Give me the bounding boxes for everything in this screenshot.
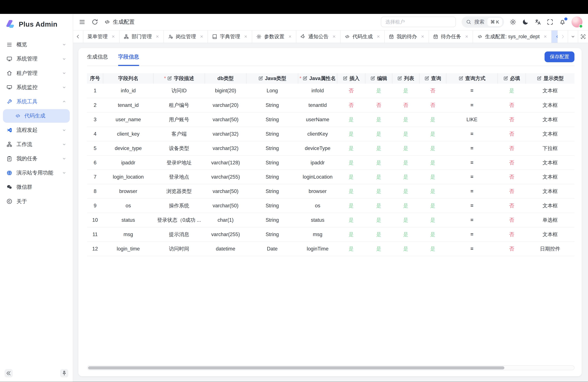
- tab-close-icon[interactable]: [332, 35, 336, 38]
- cell[interactable]: 否: [337, 84, 365, 98]
- cell[interactable]: status: [298, 213, 337, 227]
- cell[interactable]: loginTime: [298, 242, 337, 256]
- cell[interactable]: 是: [365, 213, 392, 227]
- cell[interactable]: 是: [365, 112, 392, 127]
- tabs-dropdown-button[interactable]: [568, 30, 578, 43]
- sidebar-subitem-4-0[interactable]: 代码生成: [3, 109, 70, 123]
- sidebar-item-3[interactable]: 系统监控: [3, 81, 70, 94]
- cell[interactable]: 否: [498, 242, 526, 256]
- cell[interactable]: 是: [337, 198, 365, 213]
- tab-8[interactable]: 待办任务: [429, 30, 473, 43]
- sidebar-item-1[interactable]: 系统管理: [3, 52, 70, 66]
- tab-9[interactable]: 生成配置: sys_role_dept: [473, 30, 552, 43]
- cell[interactable]: 是: [419, 227, 446, 242]
- tab-3[interactable]: 字典管理: [208, 30, 252, 43]
- sidebar-item-10[interactable]: 关于: [3, 195, 70, 208]
- cell[interactable]: clientKey: [298, 127, 337, 141]
- cell[interactable]: 登录状态（0成功 ...: [153, 213, 205, 227]
- cell[interactable]: 是: [419, 156, 446, 170]
- sidebar-collapse-button[interactable]: [5, 369, 13, 377]
- cell[interactable]: msg: [298, 227, 337, 242]
- cell[interactable]: 是: [419, 170, 446, 184]
- cell[interactable]: 文本框: [526, 112, 575, 127]
- cell[interactable]: 是: [365, 242, 392, 256]
- cell[interactable]: 是: [365, 127, 392, 141]
- cell[interactable]: 浏览器类型: [153, 184, 205, 198]
- cell[interactable]: 是: [392, 112, 419, 127]
- cell[interactable]: 登录地点: [153, 170, 205, 184]
- tab-4[interactable]: 参数设置: [252, 30, 296, 43]
- cell[interactable]: 租户编号: [153, 98, 205, 112]
- cell[interactable]: 访问ID: [153, 84, 205, 98]
- cell[interactable]: os: [298, 198, 337, 213]
- cell[interactable]: 是: [365, 227, 392, 242]
- cell[interactable]: =: [446, 184, 498, 198]
- sidebar-item-6[interactable]: 工作流: [3, 138, 70, 151]
- cell[interactable]: 访问时间: [153, 242, 205, 256]
- cell[interactable]: 客户端: [153, 127, 205, 141]
- cell[interactable]: 是: [337, 170, 365, 184]
- cell[interactable]: String: [246, 127, 298, 141]
- cell[interactable]: 是: [419, 112, 446, 127]
- cell[interactable]: 登录IP地址: [153, 156, 205, 170]
- cell[interactable]: 是: [365, 198, 392, 213]
- cell[interactable]: =: [446, 242, 498, 256]
- cell[interactable]: 否: [498, 170, 526, 184]
- moon-button[interactable]: [522, 19, 529, 25]
- sidebar-item-8[interactable]: 演示站专用功能: [3, 166, 70, 180]
- cell[interactable]: 是: [337, 141, 365, 156]
- content-fullscreen-button[interactable]: [578, 30, 588, 43]
- cell[interactable]: 是: [498, 84, 526, 98]
- cell[interactable]: String: [246, 98, 298, 112]
- cell[interactable]: 是: [392, 227, 419, 242]
- cell[interactable]: =: [446, 141, 498, 156]
- cell[interactable]: 是: [337, 156, 365, 170]
- tab-close-icon[interactable]: [377, 35, 380, 38]
- tenant-select-input[interactable]: [381, 17, 456, 27]
- tab-close-icon[interactable]: [544, 35, 547, 38]
- cell[interactable]: 文本框: [526, 198, 575, 213]
- sidebar-item-0[interactable]: 概览: [3, 38, 70, 51]
- scrollbar-thumb[interactable]: [88, 366, 504, 370]
- cell[interactable]: loginLocation: [298, 170, 337, 184]
- fullscreen-button[interactable]: [547, 19, 553, 25]
- cell[interactable]: 文本框: [526, 170, 575, 184]
- cell[interactable]: 是: [365, 184, 392, 198]
- panel-tab-1[interactable]: 字段信息: [118, 48, 139, 66]
- translate-button[interactable]: [534, 19, 541, 25]
- sidebar-item-2[interactable]: 租户管理: [3, 66, 70, 80]
- cell[interactable]: 是: [419, 213, 446, 227]
- tab-1[interactable]: 部门管理: [120, 30, 164, 43]
- panel-tab-0[interactable]: 生成信息: [87, 48, 108, 66]
- cell[interactable]: 否: [419, 98, 446, 112]
- cell[interactable]: 是: [365, 170, 392, 184]
- cell[interactable]: 是: [337, 127, 365, 141]
- cell[interactable]: 是: [392, 170, 419, 184]
- save-config-button[interactable]: 保存配置: [545, 51, 575, 63]
- cell[interactable]: =: [446, 127, 498, 141]
- cell[interactable]: 单选框: [526, 213, 575, 227]
- cell[interactable]: 否: [498, 98, 526, 112]
- cell[interactable]: 否: [498, 112, 526, 127]
- tab-6[interactable]: 代码生成: [340, 30, 385, 43]
- cell[interactable]: =: [446, 213, 498, 227]
- tab-5[interactable]: 通知公告: [296, 30, 340, 43]
- settings-button[interactable]: [510, 19, 516, 25]
- cell[interactable]: String: [246, 156, 298, 170]
- cell[interactable]: String: [246, 184, 298, 198]
- cell[interactable]: String: [246, 112, 298, 127]
- avatar[interactable]: [571, 17, 583, 27]
- cell[interactable]: 是: [392, 156, 419, 170]
- cell[interactable]: String: [246, 213, 298, 227]
- cell[interactable]: 否: [498, 213, 526, 227]
- tab-close-icon[interactable]: [111, 35, 115, 38]
- cell[interactable]: ipaddr: [298, 156, 337, 170]
- sidebar-item-7[interactable]: 我的任务: [3, 152, 70, 166]
- cell[interactable]: =: [446, 170, 498, 184]
- cell[interactable]: 是: [419, 198, 446, 213]
- cell[interactable]: 是: [337, 112, 365, 127]
- cell[interactable]: LIKE: [446, 112, 498, 127]
- cell[interactable]: Long: [246, 84, 298, 98]
- cell[interactable]: =: [446, 156, 498, 170]
- tabs-scroll-left-button[interactable]: [73, 30, 83, 43]
